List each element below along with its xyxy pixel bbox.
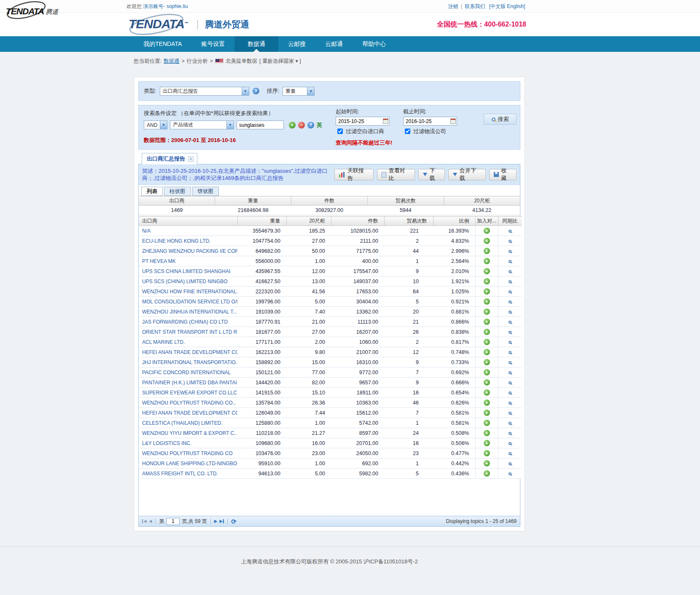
- add-to-compare-icon[interactable]: +: [484, 278, 490, 284]
- end-date-input[interactable]: [403, 117, 457, 126]
- nav-item-data-hub[interactable]: 数据通: [234, 36, 278, 52]
- column-header-add-compare[interactable]: 加入对...: [475, 217, 498, 226]
- nav-item-cloud-mail[interactable]: 云邮通: [315, 36, 353, 52]
- exporter-link[interactable]: WENZHOU POLYTRUST TRADING CO: [142, 450, 233, 456]
- exporter-link[interactable]: WENZHOU POLYTRUST TRADING CO., ...: [142, 400, 237, 406]
- add-to-compare-icon[interactable]: +: [484, 308, 490, 315]
- add-to-compare-icon[interactable]: +: [484, 339, 490, 345]
- column-header-yoy[interactable]: 同期比: [498, 217, 522, 226]
- exporter-link[interactable]: PT HEVEA MK: [142, 258, 176, 264]
- start-date-input[interactable]: [336, 117, 390, 126]
- yoy-search-icon[interactable]: [509, 270, 512, 273]
- translate-english-button[interactable]: 英: [317, 121, 322, 129]
- yoy-search-icon[interactable]: [509, 341, 512, 344]
- yoy-search-icon[interactable]: [509, 361, 512, 364]
- add-to-compare-icon[interactable]: +: [484, 379, 490, 386]
- nav-item-my-tendata[interactable]: 我的TENDATA: [134, 36, 191, 52]
- search-button[interactable]: 搜索: [484, 114, 517, 125]
- exporter-link[interactable]: HEFEI ANAN TRADE DEVELOPMENT CO...: [142, 410, 237, 416]
- logout-link[interactable]: 注销: [448, 3, 458, 9]
- filter-blank-importer-checkbox[interactable]: [337, 129, 343, 134]
- add-to-compare-icon[interactable]: +: [484, 450, 490, 456]
- download-button[interactable]: 下载: [418, 169, 445, 180]
- add-to-compare-icon[interactable]: +: [484, 329, 490, 335]
- yoy-search-icon[interactable]: [509, 442, 512, 445]
- yoy-search-icon[interactable]: [509, 402, 512, 405]
- add-condition-icon[interactable]: +: [289, 122, 296, 129]
- add-to-compare-icon[interactable]: +: [484, 258, 490, 264]
- related-report-button[interactable]: 关联报告: [334, 169, 374, 180]
- yoy-search-icon[interactable]: [509, 432, 512, 435]
- yoy-search-icon[interactable]: [509, 412, 512, 415]
- exporter-link[interactable]: ORIENT STAR TRANSPORT INT L LTD RM: [142, 329, 237, 335]
- yoy-search-icon[interactable]: [509, 331, 512, 334]
- next-page-icon[interactable]: ▶: [214, 519, 218, 523]
- column-header-teu[interactable]: 20尺柜: [286, 217, 331, 226]
- add-to-compare-icon[interactable]: +: [484, 238, 490, 244]
- yoy-search-icon[interactable]: [509, 311, 512, 314]
- add-to-compare-icon[interactable]: +: [484, 228, 490, 234]
- exporter-link[interactable]: ECU-LINE HONG KONG LTD.: [142, 238, 210, 244]
- column-header-quantity[interactable]: 件数: [331, 217, 384, 226]
- sort-select[interactable]: 重量 ▼: [283, 87, 315, 96]
- search-field-select[interactable]: 产品描述 ▼: [170, 121, 234, 129]
- language-link[interactable]: [中文版 English]: [489, 3, 525, 9]
- help-icon[interactable]: ?: [253, 88, 259, 94]
- column-header-trades[interactable]: 贸易次数: [384, 217, 433, 226]
- column-header-ratio[interactable]: 比例: [433, 217, 475, 226]
- first-page-icon[interactable]: ◀: [142, 519, 147, 523]
- add-to-compare-icon[interactable]: +: [484, 420, 490, 426]
- exporter-link[interactable]: HEFEI ANAN TRADE DEVELOPMENT CO...: [142, 349, 237, 355]
- prev-page-icon[interactable]: ◀: [149, 519, 152, 523]
- filter-logistics-checkbox[interactable]: [405, 129, 410, 134]
- add-to-compare-icon[interactable]: +: [484, 288, 490, 295]
- remove-condition-icon[interactable]: −: [298, 122, 305, 129]
- exporter-link[interactable]: PACIFIC CONCORD INTERNATIONAL: [142, 370, 231, 375]
- yoy-search-icon[interactable]: [509, 280, 512, 283]
- add-to-compare-icon[interactable]: +: [484, 460, 490, 466]
- yoy-search-icon[interactable]: [509, 381, 512, 384]
- merge-download-button[interactable]: 合并下载: [448, 169, 486, 180]
- yoy-search-icon[interactable]: [509, 452, 512, 455]
- tab-bar-chart-view[interactable]: 柱状图: [164, 187, 191, 196]
- report-type-select[interactable]: 出口商汇总报告 ▼: [160, 87, 249, 96]
- yoy-search-icon[interactable]: [509, 371, 512, 374]
- help-icon[interactable]: ?: [307, 122, 314, 129]
- calendar-icon[interactable]: [450, 118, 456, 124]
- add-to-compare-icon[interactable]: +: [484, 470, 490, 477]
- column-header-exporter[interactable]: 出口商: [139, 217, 237, 226]
- exporter-link[interactable]: UPS SCS (CHINA) LIMITED NINGBO: [142, 279, 228, 284]
- exporter-link[interactable]: JHJ INTERNATIONAL TRANSPORTATIO...: [142, 359, 237, 365]
- exporter-link[interactable]: L&Y LOGISTICS INC.: [142, 440, 191, 446]
- yoy-search-icon[interactable]: [509, 472, 512, 475]
- exporter-link[interactable]: WENZHOU JINHUA INTERNATIONAL T...: [142, 309, 237, 315]
- exporter-link[interactable]: PANTAINER (H.K.) LIMITED DBA PANTAI: [142, 380, 237, 386]
- add-to-compare-icon[interactable]: +: [484, 268, 490, 274]
- contact-link[interactable]: 联系我们: [465, 3, 485, 9]
- add-to-compare-icon[interactable]: +: [484, 440, 490, 446]
- keyword-input[interactable]: [237, 121, 284, 129]
- yoy-search-icon[interactable]: [509, 391, 512, 394]
- yoy-search-icon[interactable]: [509, 250, 512, 253]
- account-link[interactable]: 演示账号- sophie.liu: [143, 3, 188, 9]
- yoy-search-icon[interactable]: [509, 240, 512, 243]
- exporter-link[interactable]: SUPERIOR EYEWEAR EXPORT CO.LLC: [142, 390, 237, 396]
- exporter-link[interactable]: WENZHOU HOW FINE INTERNATIONAL...: [142, 289, 237, 295]
- tab-list-view[interactable]: 列表: [141, 187, 163, 196]
- yoy-search-icon[interactable]: [509, 260, 512, 263]
- add-to-compare-icon[interactable]: +: [484, 430, 490, 436]
- calendar-icon[interactable]: [383, 118, 388, 124]
- yoy-search-icon[interactable]: [509, 300, 512, 303]
- close-icon[interactable]: ✕: [188, 156, 194, 162]
- yoy-search-icon[interactable]: [509, 321, 512, 324]
- yoy-search-icon[interactable]: [509, 462, 512, 465]
- nav-item-account-settings[interactable]: 账号设置: [191, 36, 234, 52]
- add-to-compare-icon[interactable]: +: [484, 389, 490, 396]
- exporter-link[interactable]: AMASS FREIGHT INTL CO. LTD.: [142, 471, 218, 477]
- yoy-search-icon[interactable]: [509, 230, 512, 233]
- page-number-input[interactable]: [166, 518, 180, 525]
- yoy-search-icon[interactable]: [509, 290, 512, 293]
- nav-item-help-center[interactable]: 帮助中心: [353, 36, 396, 52]
- yoy-search-icon[interactable]: [509, 422, 512, 425]
- tab-pie-chart-view[interactable]: 饼状图: [192, 187, 219, 196]
